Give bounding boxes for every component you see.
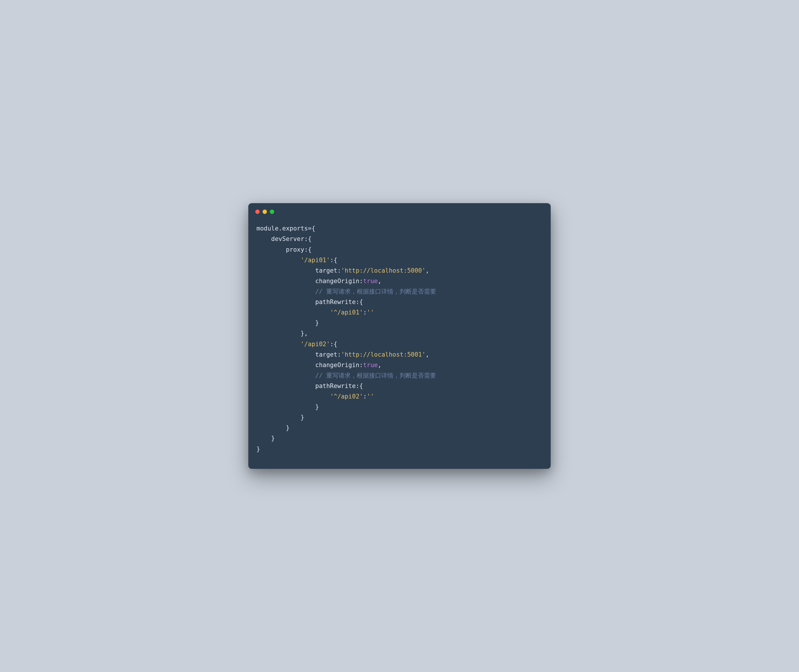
code-token xyxy=(256,299,315,306)
code-token: '^/api01' xyxy=(330,309,363,316)
code-token: proxy xyxy=(286,246,304,253)
code-token xyxy=(256,288,315,295)
code-token: , xyxy=(378,278,381,285)
code-token: changeOrigin xyxy=(315,278,359,285)
code-token: true xyxy=(363,362,378,368)
code-token: changeOrigin xyxy=(315,362,359,368)
code-token: module xyxy=(256,225,279,232)
code-token: : xyxy=(337,267,341,274)
code-comment: // 重写请求，根据接口详情，判断是否需要 xyxy=(315,288,436,295)
code-token xyxy=(256,424,286,431)
code-token xyxy=(256,414,301,421)
code-token: }, xyxy=(301,330,308,337)
code-token: } xyxy=(301,414,304,421)
code-token: ={ xyxy=(308,225,315,232)
code-token: exports xyxy=(282,225,308,232)
code-token xyxy=(256,330,301,337)
code-token: :{ xyxy=(355,299,363,306)
code-token xyxy=(256,341,301,348)
code-token: : xyxy=(359,278,363,285)
code-token xyxy=(256,435,271,442)
code-token: : xyxy=(337,351,341,358)
maximize-icon[interactable] xyxy=(270,210,274,214)
code-token: , xyxy=(378,362,381,368)
code-token: : xyxy=(363,393,367,400)
code-editor: module.exports={ devServer:{ proxy:{ '/a… xyxy=(248,218,551,469)
code-token xyxy=(256,362,315,368)
code-token: } xyxy=(256,446,260,453)
code-token: : xyxy=(363,309,367,316)
code-token: : xyxy=(359,362,363,368)
code-token xyxy=(256,372,315,379)
code-token xyxy=(256,382,315,389)
code-token: target xyxy=(315,351,337,358)
code-token xyxy=(256,351,315,358)
code-token: :{ xyxy=(355,382,363,389)
code-token: } xyxy=(315,403,319,410)
code-token: } xyxy=(286,424,290,431)
code-token: pathRewrite xyxy=(315,382,355,389)
code-token: '' xyxy=(367,309,374,316)
code-token xyxy=(256,257,301,264)
code-token xyxy=(256,309,330,316)
code-token: :{ xyxy=(330,341,337,348)
code-token: :{ xyxy=(304,246,311,253)
code-token xyxy=(256,403,315,410)
code-token: pathRewrite xyxy=(315,299,355,306)
code-token xyxy=(256,393,330,400)
code-token xyxy=(256,246,286,253)
code-token xyxy=(256,235,271,242)
code-token xyxy=(256,320,315,326)
code-token: } xyxy=(315,320,319,326)
code-token: true xyxy=(363,278,378,285)
code-window: module.exports={ devServer:{ proxy:{ '/a… xyxy=(248,203,551,469)
code-token: 'http://localhost:5001' xyxy=(341,351,426,358)
code-token: :{ xyxy=(330,257,337,264)
titlebar xyxy=(248,203,551,218)
close-icon[interactable] xyxy=(255,210,259,214)
code-token: '^/api02' xyxy=(330,393,363,400)
minimize-icon[interactable] xyxy=(263,210,267,214)
code-token xyxy=(256,267,315,274)
code-token: '/api02' xyxy=(301,341,330,348)
code-token: . xyxy=(279,225,282,232)
code-token: , xyxy=(426,267,429,274)
code-token: '' xyxy=(367,393,374,400)
code-token: } xyxy=(271,435,275,442)
code-token: '/api01' xyxy=(301,257,330,264)
code-comment: // 重写请求，根据接口详情，判断是否需要 xyxy=(315,372,436,379)
code-token: :{ xyxy=(304,235,311,242)
code-token xyxy=(256,278,315,285)
code-token: target xyxy=(315,267,337,274)
code-token: 'http://localhost:5000' xyxy=(341,267,426,274)
code-token: , xyxy=(426,351,429,358)
code-token: devServer xyxy=(271,235,304,242)
